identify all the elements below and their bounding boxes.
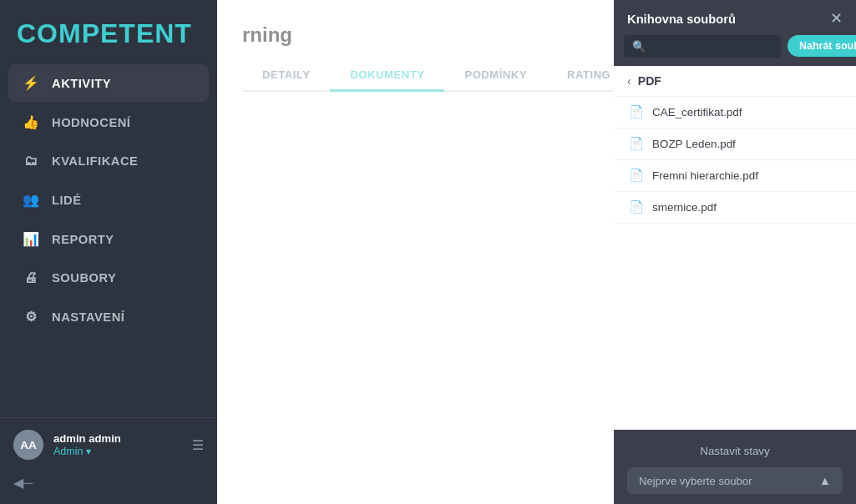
sidebar-item-soubory[interactable]: 🖨 Soubory: [8, 260, 209, 296]
back-icon: ‹: [627, 74, 631, 88]
sidebar-item-label: Aktivity: [52, 77, 111, 90]
chevron-up-icon: ▲: [819, 474, 831, 487]
file-library-body: ‹ PDF 📄 CAE_certifikat.pdf 📄 BOZP Leden.…: [614, 66, 856, 430]
set-status-button[interactable]: Nastavit stavy: [627, 440, 843, 462]
sidebar-item-hodnoceni[interactable]: 👍 Hodnocení: [8, 103, 209, 141]
upload-button[interactable]: Nahrát soubor: [788, 35, 856, 57]
sidebar-item-kvalifikace[interactable]: 🗂 Kvalifikace: [8, 143, 209, 179]
file-name: Fremni hierarchie.pdf: [652, 169, 758, 182]
menu-icon[interactable]: ☰: [192, 437, 204, 453]
sidebar: COMPETENT ⚡ Aktivity 👍 Hodnocení 🗂 Kvali…: [0, 0, 217, 504]
avatar: AA: [13, 430, 43, 460]
printer-icon: 🖨: [22, 270, 40, 285]
file-name: BOZP Leden.pdf: [652, 138, 736, 150]
chevron-down-icon: ▾: [86, 445, 91, 457]
file-row-3[interactable]: 📄 smernice.pdf: [614, 192, 856, 224]
file-library-footer: Nastavit stavy Nejprve vyberte soubor ▲: [614, 430, 856, 504]
sidebar-item-label: Nastavení: [52, 310, 124, 324]
folder-name: PDF: [638, 74, 661, 88]
file-row-0[interactable]: 📄 CAE_certifikat.pdf: [614, 97, 856, 129]
sidebar-item-lide[interactable]: 👥 Lidé: [8, 181, 209, 219]
sidebar-item-label: Soubory: [52, 271, 116, 285]
file-library-header: Knihovna souborů ✕: [614, 0, 856, 35]
gear-icon: ⚙: [22, 309, 40, 325]
sidebar-item-aktivity[interactable]: ⚡ Aktivity: [8, 64, 209, 102]
main-content: rning Detaily Dokumenty Podmínky Rating …: [217, 0, 856, 504]
sidebar-item-nastaveni[interactable]: ⚙ Nastavení: [8, 298, 209, 335]
sidebar-item-reporty[interactable]: 📊 Reporty: [8, 220, 209, 258]
file-icon: 📄: [629, 200, 644, 214]
folder-icon: 🗂: [22, 154, 40, 169]
select-file-bar[interactable]: Nejprve vyberte soubor ▲: [627, 467, 843, 494]
user-role[interactable]: Admin ▾: [53, 445, 182, 457]
sidebar-item-label: Hodnocení: [52, 116, 130, 129]
file-library-panel: Knihovna souborů ✕ Nahrát soubor ‹ PDF 📄…: [614, 0, 856, 504]
sidebar-item-label: Lidé: [52, 194, 82, 207]
user-info: admin admin Admin ▾: [53, 432, 182, 457]
sidebar-item-label: Reporty: [52, 233, 114, 246]
file-icon: 📄: [629, 137, 644, 151]
app-logo: COMPETENT: [0, 0, 217, 64]
username: admin admin: [53, 432, 182, 445]
sidebar-item-label: Kvalifikace: [52, 154, 138, 168]
file-row-1[interactable]: 📄 BOZP Leden.pdf: [614, 129, 856, 160]
file-row-2[interactable]: 📄 Fremni hierarchie.pdf: [614, 160, 856, 192]
file-icon: 📄: [629, 105, 644, 119]
sidebar-footer: AA admin admin Admin ▾ ☰: [0, 417, 217, 468]
sidebar-nav: ⚡ Aktivity 👍 Hodnocení 🗂 Kvalifikace 👥 L…: [0, 64, 217, 417]
file-library-title: Knihovna souborů: [627, 13, 736, 26]
file-icon: 📄: [629, 169, 644, 183]
sidebar-collapse-button[interactable]: ◀─: [0, 468, 217, 504]
file-name: CAE_certifikat.pdf: [652, 106, 742, 118]
thumbsup-icon: 👍: [22, 114, 40, 130]
folder-back-row[interactable]: ‹ PDF: [614, 66, 856, 97]
select-file-label: Nejprve vyberte soubor: [639, 475, 752, 487]
file-name: smernice.pdf: [652, 201, 717, 214]
search-row: Nahrát soubor: [614, 35, 856, 66]
search-input[interactable]: [624, 35, 781, 58]
overlay: [217, 0, 614, 504]
close-button[interactable]: ✕: [830, 12, 843, 27]
chart-icon: 📊: [22, 231, 40, 247]
people-icon: 👥: [22, 192, 40, 208]
lightning-icon: ⚡: [22, 75, 40, 91]
